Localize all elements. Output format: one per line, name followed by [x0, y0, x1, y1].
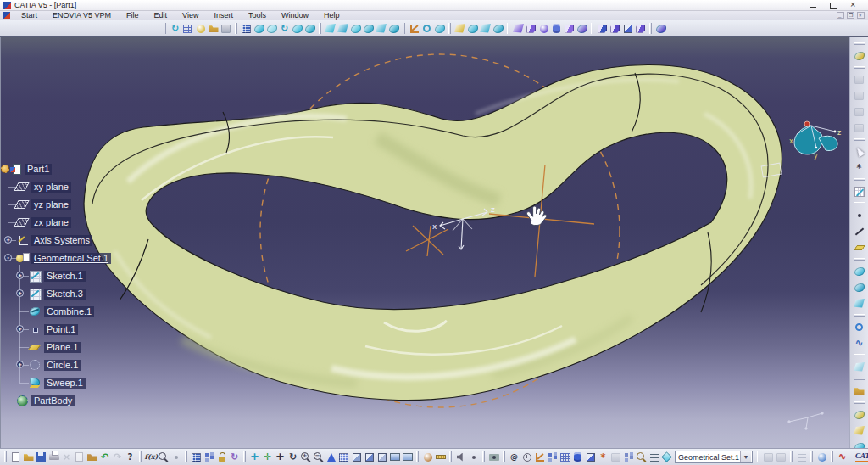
- toolbar-drag-handle[interactable]: [790, 451, 793, 462]
- offset-surface-icon[interactable]: [563, 21, 576, 36]
- constraints-icon[interactable]: [546, 450, 559, 465]
- quick-view-icon[interactable]: [388, 450, 401, 465]
- close-button[interactable]: [849, 2, 858, 9]
- new-icon[interactable]: [9, 450, 22, 465]
- geo-set-icon[interactable]: [660, 450, 673, 465]
- capture-icon[interactable]: [487, 450, 500, 465]
- circle-icon[interactable]: [852, 319, 867, 335]
- tree-item-partbody[interactable]: PartBody: [16, 394, 75, 407]
- tree-item-axis-systems[interactable]: Axis Systems: [16, 233, 92, 247]
- toolbar-drag-handle[interactable]: [448, 23, 451, 34]
- law-browser-icon[interactable]: [852, 383, 867, 399]
- zoom-out-icon[interactable]: [312, 450, 325, 465]
- tree-item-point-1[interactable]: Point.1: [29, 322, 78, 336]
- tree-item-xy-plane[interactable]: xy plane: [16, 180, 71, 193]
- tree-item-label[interactable]: Part1: [25, 164, 52, 175]
- axis-system-icon[interactable]: [533, 450, 546, 465]
- toolbar-drag-handle[interactable]: [854, 258, 865, 261]
- toolbar-drag-handle[interactable]: [403, 23, 405, 34]
- mask-b-icon[interactable]: [775, 450, 787, 465]
- fly-mode-icon[interactable]: [248, 450, 261, 465]
- tree-item-label[interactable]: Geometrical Set.1: [31, 253, 111, 264]
- toolbar-drag-handle[interactable]: [243, 451, 246, 462]
- symmetry-icon[interactable]: [479, 21, 492, 36]
- menu-start[interactable]: Start: [14, 11, 45, 20]
- snap-point-icon[interactable]: [584, 450, 597, 465]
- mask-a-icon[interactable]: [762, 450, 775, 465]
- toolbar-drag-handle[interactable]: [449, 451, 452, 462]
- save-icon[interactable]: [35, 450, 47, 465]
- projection-icon[interactable]: [324, 21, 337, 36]
- tree-item-label[interactable]: Combine.1: [44, 306, 94, 317]
- tree-item-part1[interactable]: Part1: [9, 162, 52, 176]
- tree-item-label[interactable]: Point.1: [44, 324, 78, 335]
- boundary-icon[interactable]: [654, 21, 667, 36]
- menu-tools[interactable]: Tools: [241, 11, 274, 20]
- scaling-icon[interactable]: [492, 21, 504, 36]
- search-doc-icon[interactable]: [635, 450, 648, 465]
- toolbar-drag-handle[interactable]: [139, 451, 142, 462]
- cut-icon[interactable]: [60, 450, 73, 465]
- toolbar-drag-handle[interactable]: [185, 451, 187, 462]
- historic-icon[interactable]: [648, 450, 660, 465]
- child-close-button[interactable]: ×: [857, 12, 865, 19]
- toolbar-drag-handle[interactable]: [4, 451, 7, 462]
- variable-offset-icon[interactable]: [576, 21, 588, 36]
- fit-all-icon[interactable]: [261, 450, 274, 465]
- extrude-surface-icon[interactable]: [852, 406, 867, 423]
- painter-icon[interactable]: [434, 450, 447, 465]
- tree-item-label[interactable]: Axis Systems: [31, 235, 92, 246]
- toolbar-drag-handle[interactable]: [482, 451, 485, 462]
- view-mode-icon[interactable]: [401, 450, 414, 465]
- plane-icon[interactable]: [852, 239, 867, 255]
- dome-surface-icon[interactable]: [265, 21, 278, 36]
- tree-item-sketch-1[interactable]: Sketch.1: [29, 269, 86, 283]
- knowledge-icon[interactable]: [170, 450, 182, 465]
- toolbar-drag-handle[interactable]: [854, 314, 865, 317]
- undo-icon[interactable]: [98, 450, 111, 465]
- material-ball-icon[interactable]: [815, 450, 828, 465]
- multi-view-icon[interactable]: [337, 450, 350, 465]
- toolbar-drag-handle[interactable]: [591, 23, 593, 34]
- toolbar-drag-handle[interactable]: [319, 23, 321, 34]
- insert-mosaic-icon[interactable]: [240, 21, 253, 36]
- instant-msg-icon[interactable]: [467, 450, 480, 465]
- split-icon[interactable]: [621, 21, 634, 36]
- whats-this-icon[interactable]: [124, 450, 136, 465]
- toolbar-drag-handle[interactable]: [757, 451, 760, 462]
- open-icon[interactable]: [22, 450, 35, 465]
- catalog-a-icon[interactable]: [852, 71, 867, 87]
- world-icon[interactable]: [520, 450, 533, 465]
- menu-window[interactable]: Window: [274, 11, 316, 20]
- tree-item-zx-plane[interactable]: zx plane: [16, 216, 71, 229]
- toolbar-drag-handle[interactable]: [649, 23, 652, 34]
- law-icon[interactable]: [453, 21, 466, 36]
- tree-item-label[interactable]: Sweep.1: [44, 378, 86, 389]
- work-support-icon[interactable]: [571, 450, 584, 465]
- spiral-icon[interactable]: [278, 21, 291, 36]
- tree-item-yz-plane[interactable]: yz plane: [16, 198, 71, 211]
- toolbar-drag-handle[interactable]: [854, 354, 865, 356]
- catalog-d-icon[interactable]: [852, 120, 867, 136]
- tree-item-label[interactable]: xy plane: [31, 182, 71, 193]
- sketcher-icon[interactable]: [852, 48, 867, 64]
- axis-system-icon[interactable]: [408, 21, 420, 36]
- menu-insert[interactable]: Insert: [206, 11, 241, 20]
- child-minimize-button[interactable]: _: [837, 12, 844, 19]
- toolbar-drag-handle[interactable]: [854, 401, 865, 404]
- filter-tree-icon[interactable]: [622, 450, 635, 465]
- tree-item-geometrical-set-1[interactable]: Geometrical Set.1: [16, 251, 111, 265]
- paste-icon[interactable]: [86, 450, 98, 465]
- tree-item-label[interactable]: Plane.1: [44, 342, 81, 353]
- reflect-line-icon[interactable]: [362, 21, 375, 36]
- rotate-icon[interactable]: [287, 450, 299, 465]
- exchange-icon[interactable]: [194, 21, 207, 36]
- tree-item-label[interactable]: zx plane: [31, 217, 71, 228]
- grid-icon[interactable]: [559, 450, 571, 465]
- menu-help[interactable]: Help: [316, 11, 348, 20]
- menu-enovia-v5-vpm[interactable]: ENOVIA V5 VPM: [45, 11, 119, 20]
- combine-icon[interactable]: [349, 21, 362, 36]
- combine-icon[interactable]: [852, 279, 867, 295]
- catalog-browser-icon[interactable]: [609, 450, 622, 465]
- pointer-3d-icon[interactable]: [597, 450, 609, 465]
